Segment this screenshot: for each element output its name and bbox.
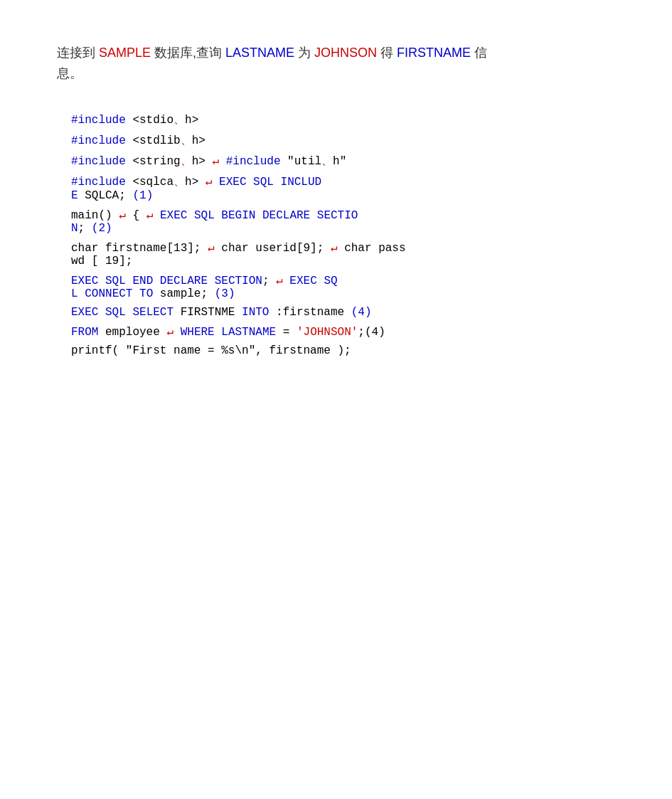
char-declarations: char firstname[13]; ↵ char userid[9]; ↵ … — [71, 242, 406, 255]
exec-select: EXEC SQL SELECT FIRSTNME INTO :firstname… — [71, 306, 372, 319]
code-line-2: #include <stdlib、h> — [71, 133, 615, 148]
desc-middle: 数据库,查询 — [154, 46, 222, 60]
desc-db: SAMPLE — [95, 46, 154, 60]
code-line-7: EXEC SQL END DECLARE SECTION; ↵ EXEC SQ … — [71, 273, 615, 300]
desc-prefix: 连接到 — [57, 46, 95, 60]
char-declarations-b: wd [ 19]; — [71, 255, 132, 268]
description-text: 连接到 SAMPLE 数据库,查询 LASTNAME 为 JOHNSON 得 F… — [57, 43, 615, 84]
desc-lastname: LASTNAME — [222, 46, 298, 60]
desc-suffix: 信 — [474, 46, 487, 60]
desc-get: 得 — [380, 46, 393, 60]
code-line-10: printf( "First name = %s\n", firstname )… — [71, 344, 615, 357]
code-line-1: #include <stdio、h> — [71, 112, 615, 127]
include-3a: #include <string、h> ↵ #include "util、h" — [71, 155, 346, 168]
main-line-b: N; (2) — [71, 222, 112, 235]
desc-for: 为 — [298, 46, 311, 60]
code-line-6: char firstname[13]; ↵ char userid[9]; ↵ … — [71, 240, 615, 268]
desc-value: JOHNSON — [311, 46, 380, 60]
exec-connect: L CONNECT TO sample; (3) — [71, 287, 235, 300]
desc-suffix2: 息。 — [57, 66, 82, 80]
desc-firstname: FIRSTNAME — [393, 46, 474, 60]
include-4a: #include <sqlca、h> ↵ EXEC SQL INCLUD — [71, 176, 321, 189]
exec-from: FROM employee ↵ WHERE LASTNAME = 'JOHNSO… — [71, 326, 385, 339]
include-1: #include <stdio、h> — [71, 114, 198, 127]
code-container: #include <stdio、h> #include <stdlib、h> #… — [57, 112, 615, 357]
printf-line: printf( "First name = %s\n", firstname )… — [71, 344, 351, 357]
exec-end-declare: EXEC SQL END DECLARE SECTION; ↵ EXEC SQ — [71, 275, 338, 287]
code-line-8: EXEC SQL SELECT FIRSTNME INTO :firstname… — [71, 306, 615, 319]
code-line-9: FROM employee ↵ WHERE LASTNAME = 'JOHNSO… — [71, 324, 615, 339]
code-line-4: #include <sqlca、h> ↵ EXEC SQL INCLUD E S… — [71, 174, 615, 202]
main-line: main() ↵ { ↵ EXEC SQL BEGIN DECLARE SECT… — [71, 209, 358, 222]
code-line-3: #include <string、h> ↵ #include "util、h" — [71, 154, 615, 169]
include-4b: E SQLCA; (1) — [71, 189, 153, 202]
code-line-5: main() ↵ { ↵ EXEC SQL BEGIN DECLARE SECT… — [71, 208, 615, 235]
include-2: #include <stdlib、h> — [71, 134, 206, 147]
